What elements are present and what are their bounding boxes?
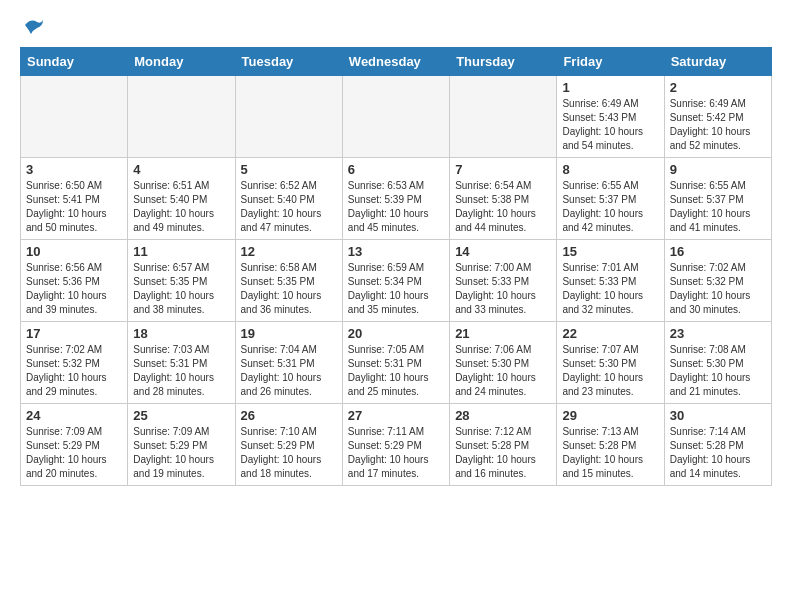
day-number: 12 <box>241 244 337 259</box>
sunset-label: Sunset: 5:28 PM <box>562 440 636 451</box>
calendar-cell: 8Sunrise: 6:55 AMSunset: 5:37 PMDaylight… <box>557 158 664 240</box>
sunrise-label: Sunrise: 7:11 AM <box>348 426 424 437</box>
daylight-label: Daylight: 10 hours and 44 minutes. <box>455 208 536 233</box>
calendar-header-saturday: Saturday <box>664 48 771 76</box>
day-info: Sunrise: 6:56 AMSunset: 5:36 PMDaylight:… <box>26 261 122 317</box>
day-number: 5 <box>241 162 337 177</box>
calendar-week-5: 24Sunrise: 7:09 AMSunset: 5:29 PMDayligh… <box>21 404 772 486</box>
sunset-label: Sunset: 5:36 PM <box>26 276 100 287</box>
calendar-cell <box>21 76 128 158</box>
day-number: 17 <box>26 326 122 341</box>
sunset-label: Sunset: 5:28 PM <box>670 440 744 451</box>
sunset-label: Sunset: 5:32 PM <box>26 358 100 369</box>
daylight-label: Daylight: 10 hours and 29 minutes. <box>26 372 107 397</box>
day-number: 13 <box>348 244 444 259</box>
sunset-label: Sunset: 5:39 PM <box>348 194 422 205</box>
day-number: 25 <box>133 408 229 423</box>
calendar-cell: 23Sunrise: 7:08 AMSunset: 5:30 PMDayligh… <box>664 322 771 404</box>
day-number: 1 <box>562 80 658 95</box>
sunset-label: Sunset: 5:37 PM <box>562 194 636 205</box>
sunrise-label: Sunrise: 6:51 AM <box>133 180 209 191</box>
sunset-label: Sunset: 5:29 PM <box>348 440 422 451</box>
sunrise-label: Sunrise: 7:05 AM <box>348 344 424 355</box>
calendar-header-monday: Monday <box>128 48 235 76</box>
daylight-label: Daylight: 10 hours and 35 minutes. <box>348 290 429 315</box>
sunrise-label: Sunrise: 6:54 AM <box>455 180 531 191</box>
sunrise-label: Sunrise: 6:49 AM <box>670 98 746 109</box>
daylight-label: Daylight: 10 hours and 23 minutes. <box>562 372 643 397</box>
calendar-week-2: 3Sunrise: 6:50 AMSunset: 5:41 PMDaylight… <box>21 158 772 240</box>
calendar-header-wednesday: Wednesday <box>342 48 449 76</box>
day-info: Sunrise: 6:49 AMSunset: 5:43 PMDaylight:… <box>562 97 658 153</box>
calendar-cell: 22Sunrise: 7:07 AMSunset: 5:30 PMDayligh… <box>557 322 664 404</box>
daylight-label: Daylight: 10 hours and 47 minutes. <box>241 208 322 233</box>
logo <box>20 16 45 39</box>
daylight-label: Daylight: 10 hours and 54 minutes. <box>562 126 643 151</box>
day-number: 20 <box>348 326 444 341</box>
sunset-label: Sunset: 5:31 PM <box>241 358 315 369</box>
daylight-label: Daylight: 10 hours and 42 minutes. <box>562 208 643 233</box>
sunset-label: Sunset: 5:40 PM <box>133 194 207 205</box>
calendar-cell <box>235 76 342 158</box>
sunset-label: Sunset: 5:40 PM <box>241 194 315 205</box>
daylight-label: Daylight: 10 hours and 18 minutes. <box>241 454 322 479</box>
sunrise-label: Sunrise: 6:50 AM <box>26 180 102 191</box>
sunset-label: Sunset: 5:31 PM <box>348 358 422 369</box>
calendar-body: 1Sunrise: 6:49 AMSunset: 5:43 PMDaylight… <box>21 76 772 486</box>
day-info: Sunrise: 7:05 AMSunset: 5:31 PMDaylight:… <box>348 343 444 399</box>
calendar-cell: 11Sunrise: 6:57 AMSunset: 5:35 PMDayligh… <box>128 240 235 322</box>
day-info: Sunrise: 7:03 AMSunset: 5:31 PMDaylight:… <box>133 343 229 399</box>
sunset-label: Sunset: 5:37 PM <box>670 194 744 205</box>
calendar-cell <box>128 76 235 158</box>
sunrise-label: Sunrise: 6:58 AM <box>241 262 317 273</box>
day-info: Sunrise: 7:13 AMSunset: 5:28 PMDaylight:… <box>562 425 658 481</box>
day-info: Sunrise: 7:14 AMSunset: 5:28 PMDaylight:… <box>670 425 766 481</box>
daylight-label: Daylight: 10 hours and 52 minutes. <box>670 126 751 151</box>
calendar-cell: 4Sunrise: 6:51 AMSunset: 5:40 PMDaylight… <box>128 158 235 240</box>
calendar-header-row: SundayMondayTuesdayWednesdayThursdayFrid… <box>21 48 772 76</box>
daylight-label: Daylight: 10 hours and 45 minutes. <box>348 208 429 233</box>
day-number: 7 <box>455 162 551 177</box>
day-number: 29 <box>562 408 658 423</box>
day-number: 18 <box>133 326 229 341</box>
sunset-label: Sunset: 5:35 PM <box>241 276 315 287</box>
calendar-table: SundayMondayTuesdayWednesdayThursdayFrid… <box>20 47 772 486</box>
sunset-label: Sunset: 5:30 PM <box>455 358 529 369</box>
page: SundayMondayTuesdayWednesdayThursdayFrid… <box>0 0 792 502</box>
day-info: Sunrise: 7:02 AMSunset: 5:32 PMDaylight:… <box>670 261 766 317</box>
daylight-label: Daylight: 10 hours and 21 minutes. <box>670 372 751 397</box>
day-number: 30 <box>670 408 766 423</box>
daylight-label: Daylight: 10 hours and 39 minutes. <box>26 290 107 315</box>
daylight-label: Daylight: 10 hours and 41 minutes. <box>670 208 751 233</box>
day-info: Sunrise: 7:07 AMSunset: 5:30 PMDaylight:… <box>562 343 658 399</box>
calendar-cell: 18Sunrise: 7:03 AMSunset: 5:31 PMDayligh… <box>128 322 235 404</box>
logo-bird-icon <box>23 16 45 39</box>
calendar-cell: 19Sunrise: 7:04 AMSunset: 5:31 PMDayligh… <box>235 322 342 404</box>
day-info: Sunrise: 6:55 AMSunset: 5:37 PMDaylight:… <box>562 179 658 235</box>
calendar-cell <box>450 76 557 158</box>
day-info: Sunrise: 6:57 AMSunset: 5:35 PMDaylight:… <box>133 261 229 317</box>
calendar-week-3: 10Sunrise: 6:56 AMSunset: 5:36 PMDayligh… <box>21 240 772 322</box>
calendar-cell: 28Sunrise: 7:12 AMSunset: 5:28 PMDayligh… <box>450 404 557 486</box>
daylight-label: Daylight: 10 hours and 16 minutes. <box>455 454 536 479</box>
calendar-cell: 25Sunrise: 7:09 AMSunset: 5:29 PMDayligh… <box>128 404 235 486</box>
calendar-cell: 17Sunrise: 7:02 AMSunset: 5:32 PMDayligh… <box>21 322 128 404</box>
day-number: 11 <box>133 244 229 259</box>
sunset-label: Sunset: 5:28 PM <box>455 440 529 451</box>
sunset-label: Sunset: 5:29 PM <box>133 440 207 451</box>
day-info: Sunrise: 7:12 AMSunset: 5:28 PMDaylight:… <box>455 425 551 481</box>
day-number: 27 <box>348 408 444 423</box>
sunset-label: Sunset: 5:29 PM <box>26 440 100 451</box>
sunrise-label: Sunrise: 6:55 AM <box>670 180 746 191</box>
sunset-label: Sunset: 5:38 PM <box>455 194 529 205</box>
calendar-cell: 27Sunrise: 7:11 AMSunset: 5:29 PMDayligh… <box>342 404 449 486</box>
calendar-header-sunday: Sunday <box>21 48 128 76</box>
sunrise-label: Sunrise: 7:00 AM <box>455 262 531 273</box>
daylight-label: Daylight: 10 hours and 36 minutes. <box>241 290 322 315</box>
sunrise-label: Sunrise: 6:57 AM <box>133 262 209 273</box>
daylight-label: Daylight: 10 hours and 28 minutes. <box>133 372 214 397</box>
day-info: Sunrise: 6:50 AMSunset: 5:41 PMDaylight:… <box>26 179 122 235</box>
day-number: 3 <box>26 162 122 177</box>
sunset-label: Sunset: 5:30 PM <box>562 358 636 369</box>
sunrise-label: Sunrise: 6:59 AM <box>348 262 424 273</box>
